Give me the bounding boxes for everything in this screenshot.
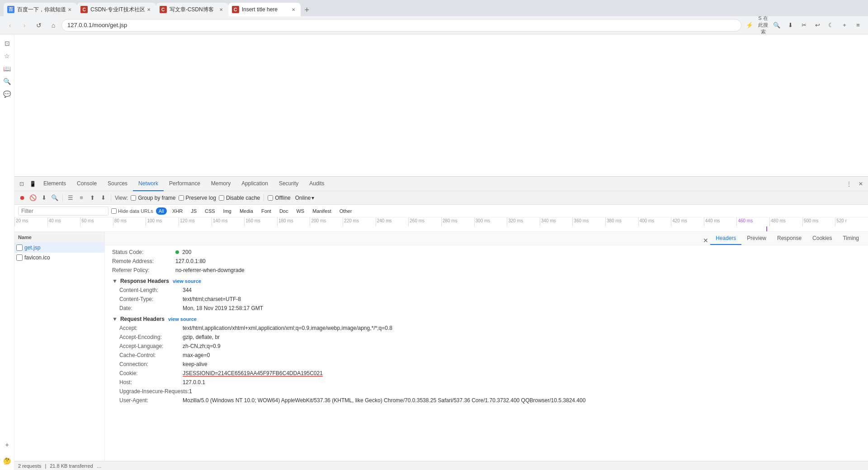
detail-close-button[interactable]: ✕ xyxy=(701,236,710,245)
host-row: Host: 127.0.0.1 xyxy=(112,379,861,385)
filter-other-button[interactable]: Other xyxy=(337,207,355,215)
preserve-log-checkbox[interactable] xyxy=(179,195,184,201)
timeline-bar-area xyxy=(14,226,868,232)
sidebar-icon-history[interactable]: ⊡ xyxy=(2,38,13,49)
tab-active[interactable]: C Insert title here ✕ xyxy=(228,3,301,16)
clear-button[interactable]: 🚫 xyxy=(29,194,37,202)
new-tab-button[interactable]: + xyxy=(301,4,313,16)
tab-elements[interactable]: Elements xyxy=(38,177,71,191)
tab-close-write[interactable]: ✕ xyxy=(217,6,225,13)
filter-input[interactable] xyxy=(18,207,108,216)
tab-close-csdn[interactable]: ✕ xyxy=(145,6,152,13)
tab-performance[interactable]: Performance xyxy=(164,177,206,191)
devtools-close-btn[interactable]: ✕ xyxy=(855,179,866,189)
import-export-button[interactable]: ⬆ xyxy=(88,194,96,202)
network-item-getjsp[interactable]: get.jsp xyxy=(14,243,104,253)
tab-security[interactable]: Security xyxy=(274,177,304,191)
content-length-row: Content-Length: 344 xyxy=(112,287,861,293)
menu-button[interactable]: ≡ xyxy=(852,19,864,32)
home-button[interactable]: ⌂ xyxy=(47,19,60,32)
search-network-button[interactable]: 🔍 xyxy=(51,194,59,202)
tab-close-baidu[interactable]: ✕ xyxy=(66,6,73,13)
network-item-check-getjsp[interactable] xyxy=(16,244,23,251)
tab-application[interactable]: Application xyxy=(236,177,274,191)
detail-tab-cookies[interactable]: Cookies xyxy=(807,232,837,245)
download-button[interactable]: ⬇ xyxy=(784,19,797,32)
filter-doc-button[interactable]: Doc xyxy=(277,207,291,215)
sidebar-icon-search[interactable]: 🔍 xyxy=(2,76,13,87)
profile-button[interactable]: S 在此搜索 xyxy=(757,19,769,32)
page-area xyxy=(14,34,868,176)
timeline-marker xyxy=(766,226,767,232)
hide-data-urls-checkbox[interactable] xyxy=(111,208,117,214)
group-by-frame-checkbox[interactable] xyxy=(131,195,136,201)
filter-img-button[interactable]: Img xyxy=(221,207,234,215)
tab-network[interactable]: Network xyxy=(133,177,164,191)
group-by-frame-group: Group by frame xyxy=(131,195,175,201)
filter-media-button[interactable]: Media xyxy=(237,207,256,215)
sidebar-icon-reading[interactable]: 📖 xyxy=(2,63,13,74)
reload-button[interactable]: ↺ xyxy=(33,19,45,32)
network-item-check-favicon[interactable] xyxy=(16,254,23,261)
toolbar-right: ⚡ S 在此搜索 🔍 ⬇ ✂ ↩ ☾ + ≡ xyxy=(743,19,864,32)
content-type-row: Content-Type: text/html;charset=UTF-8 xyxy=(112,296,861,302)
tab-baidu[interactable]: 百 百度一下，你就知道 ✕ xyxy=(4,3,77,16)
tab-close-active[interactable]: ✕ xyxy=(290,6,297,13)
sidebar-icon-bookmarks[interactable]: ☆ xyxy=(2,51,13,61)
forward-button[interactable]: › xyxy=(18,19,31,32)
export-button[interactable]: ⬇ xyxy=(99,194,107,202)
filter-xhr-button[interactable]: XHR xyxy=(170,207,185,215)
content-length-label: Content-Length: xyxy=(119,287,183,293)
tab-csdn[interactable]: C CSDN-专业IT技术社区 ✕ xyxy=(77,3,156,16)
tab-write[interactable]: C 写文章-CSDN博客 ✕ xyxy=(156,3,228,16)
sidebar-icon-feedback[interactable]: 🤔 xyxy=(2,456,13,466)
response-headers-toggle[interactable]: ▼ xyxy=(112,278,118,284)
response-headers-view-source[interactable]: view source xyxy=(173,278,201,284)
filter-manifest-button[interactable]: Manifest xyxy=(310,207,334,215)
sidebar-icon-chat[interactable]: 💬 xyxy=(2,89,13,99)
accept-row: Accept: text/html,application/xhtml+xml,… xyxy=(112,325,861,331)
request-headers-toggle[interactable]: ▼ xyxy=(112,316,118,322)
url-bar[interactable]: 127.0.0.1/moon/get.jsp xyxy=(61,19,741,32)
extension-button[interactable]: ⚡ xyxy=(743,19,756,32)
detail-content: Status Code: 200 Remote Address: 127.0.0… xyxy=(105,245,868,461)
search-button[interactable]: 🔍 xyxy=(770,19,783,32)
filter-js-button[interactable]: JS xyxy=(188,207,199,215)
tab-memory[interactable]: Memory xyxy=(206,177,236,191)
tick-520r: 520 r xyxy=(835,217,868,226)
disable-cache-checkbox[interactable] xyxy=(219,195,224,201)
network-item-favicon[interactable]: favicon.ico xyxy=(14,253,104,263)
list-view-button[interactable]: ☰ xyxy=(66,194,75,202)
detail-tab-headers[interactable]: Headers xyxy=(710,232,741,245)
waterfall-view-button[interactable]: ≡ xyxy=(77,194,85,202)
date-row: Date: Mon, 18 Nov 2019 12:58:17 GMT xyxy=(112,305,861,311)
filter-css-button[interactable]: CSS xyxy=(202,207,218,215)
offline-checkbox[interactable] xyxy=(268,195,273,201)
timeline: 20 ms 40 ms 60 ms 80 ms 100 ms 120 ms 14… xyxy=(14,217,868,232)
tab-sources[interactable]: Sources xyxy=(102,177,133,191)
detail-tab-preview[interactable]: Preview xyxy=(741,232,772,245)
filter-toggle-button[interactable]: ⬇ xyxy=(40,194,48,202)
devtools-device-icon[interactable]: 📱 xyxy=(27,179,38,189)
record-button[interactable]: ⏺ xyxy=(18,194,26,202)
filter-all-button[interactable]: All xyxy=(156,207,167,215)
response-headers-section: ▼ Response Headers view source xyxy=(112,278,861,284)
detail-tab-timing[interactable]: Timing xyxy=(837,232,864,245)
throttle-dropdown[interactable]: Online ▾ xyxy=(293,194,316,202)
devtools-select-icon[interactable]: ⊡ xyxy=(16,179,27,189)
detail-tab-response[interactable]: Response xyxy=(772,232,807,245)
undo-button[interactable]: ↩ xyxy=(811,19,824,32)
scissors-button[interactable]: ✂ xyxy=(797,19,810,32)
add-button[interactable]: + xyxy=(838,19,851,32)
sidebar-icon-add[interactable]: + xyxy=(2,439,13,450)
tab-console[interactable]: Console xyxy=(71,177,102,191)
connection-row: Connection: keep-alive xyxy=(112,361,861,367)
tab-audits[interactable]: Audits xyxy=(304,177,330,191)
request-headers-view-source[interactable]: view source xyxy=(168,316,197,322)
filter-font-button[interactable]: Font xyxy=(259,207,274,215)
devtools-settings-btn[interactable]: ⋮ xyxy=(844,179,854,189)
referrer-policy-row: Referrer Policy: no-referrer-when-downgr… xyxy=(112,267,861,273)
back-button[interactable]: ‹ xyxy=(4,19,16,32)
moon-button[interactable]: ☾ xyxy=(825,19,837,32)
filter-ws-button[interactable]: WS xyxy=(293,207,307,215)
